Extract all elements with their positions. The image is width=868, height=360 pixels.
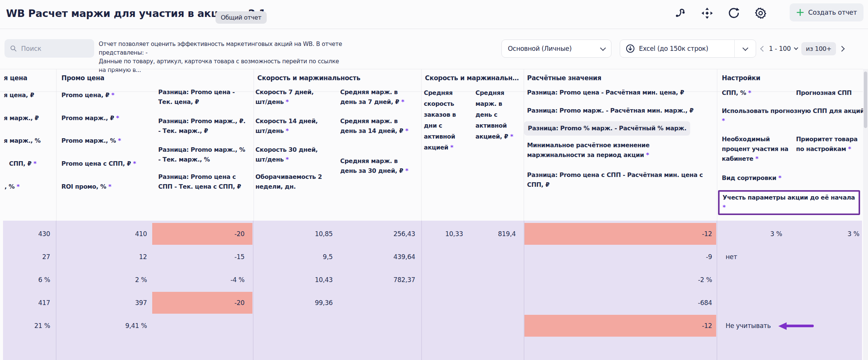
search-icon [10,45,17,52]
cell-value: -2 % [603,268,712,291]
required-star: * [646,151,649,159]
column-header-label: Средняя марж. в день за 30 дней, ₽ * [340,156,416,176]
cell-value: 417 [0,291,50,314]
required-star: * [510,133,513,140]
dataset-select[interactable]: Основной (Личные) [501,40,611,58]
column-header-label: Разница: Promo цена с СПП - Тек. цена с … [158,172,248,192]
cell-value: 99,36 [257,291,333,314]
cell-value: -15 [158,246,245,268]
download-icon [625,44,635,53]
create-report-label: Создать отчет [808,9,857,16]
column-header-label: Promo марж., ₽ * [61,113,119,123]
column-divider [254,69,254,221]
annotation-arrow [778,322,787,330]
column-header-label: я марж., ₽ [4,113,39,123]
annotation-box: Учесть параметры акции до её начала * [718,190,860,215]
cell-value: 430 [0,223,50,246]
cell-value: 256,43 [339,223,415,246]
column-header-label: Использовать прогнозную СПП для акций * [722,106,865,126]
report-type-badge: Общий отчет [215,11,267,24]
cell-value: 3 % [810,223,859,246]
required-star: * [748,89,751,96]
column-divider [524,69,524,221]
export-label: Excel (до 150к строк) [639,45,708,52]
required-star: * [848,145,851,153]
column-group-speed: Скорость и маржинальность [257,74,360,82]
required-star: * [755,155,758,162]
column-header-label: Promo цена с СПП, ₽ * [61,159,136,169]
column-header-label: Скорость 7 дней, шт/день * [255,87,325,107]
required-star: * [17,183,20,190]
required-star: * [723,204,726,211]
page-range-chevron[interactable] [794,46,798,50]
settings-gear-icon[interactable] [754,7,767,20]
required-star: * [108,183,111,190]
column-header-label: Разница: Promo цена с СПП - Расчётная ми… [527,170,714,190]
highlighted-column-pill: Разница: Promo % марж. - Расчётный % мар… [524,121,690,136]
cell-value: 10,43 [257,268,333,291]
column-header-label: Средняя марж. в день с активной акцией, … [475,87,520,142]
column-header-label: Средняя марж. в день за 14 дней, ₽ * [340,116,416,136]
column-header-label: Разница: Promo марж., ₽. - Тек. марж., ₽ [158,116,248,136]
required-star: * [118,137,121,144]
column-divider [253,221,254,360]
divider [0,29,868,29]
required-star: * [405,167,408,174]
refresh-icon[interactable] [727,7,740,20]
column-divider [56,69,57,221]
chevron-down-icon [600,45,606,51]
report-description-line2: Данные по товару, артикул, карточка това… [99,57,344,75]
cell-value: 397 [61,291,147,314]
column-divider [421,69,422,221]
export-options-chevron[interactable] [734,40,756,57]
plus-icon [796,8,804,17]
column-header-label: Приоритет товара по настройкам * [796,134,860,154]
cell-value: -9 [603,246,712,268]
cell-value: -12 [603,314,712,337]
required-star: * [405,127,408,134]
column-divider [56,221,57,360]
export-excel-button[interactable]: Excel (до 150к строк) [620,40,756,58]
cell-value: 9,41 % [61,314,147,337]
total-pages-badge: из 100+ [801,42,836,55]
column-header-label: Скорость 14 дней, шт/день * [255,116,325,136]
column-header-label: Promo марж., % * [61,136,121,146]
cell-value: 10,33 [425,223,463,246]
search-box[interactable] [5,39,94,58]
move-icon[interactable] [701,7,714,20]
required-star: * [112,92,115,99]
column-header-label: , % * [5,182,20,192]
column-header-label: Вид сортировки * [722,173,781,183]
cell-value: 10,85 [257,223,333,246]
column-header-label: Прогнозная СПП [796,88,852,98]
required-star: * [450,144,453,151]
column-header-label: Средняя скорость заказов в дни с активно… [424,87,466,153]
required-star: * [286,98,289,105]
report-description-line1: Отчет позволяет оценить эффективность ма… [99,40,344,57]
column-header-label: Учесть параметры акции до её начала * [723,194,855,211]
required-star: * [722,117,725,124]
cell-value: 6 % [0,268,50,291]
cell-value: 27 [0,246,50,268]
create-report-button[interactable]: Создать отчет [790,3,863,21]
search-input[interactable] [20,44,86,53]
required-star: * [34,160,37,167]
column-group-price: я цена [4,74,27,82]
page-root: WB Расчет маржи для участия в акциях v2.… [0,0,868,360]
cell-value: 12 [61,246,147,268]
dataset-select-value: Основной (Личные) [508,45,572,52]
vertical-scrollbar-thumb[interactable] [864,72,867,128]
column-header-label: Разница: Promo марж. - Расчётная мин. ма… [527,106,714,116]
cell-value: 3 % [722,223,782,246]
page-range[interactable]: 1 - 100 [769,45,791,52]
cell-value: -12 [603,223,712,246]
cell-value: нет [726,246,801,268]
cell-value: -684 [603,291,712,314]
cell-value: 9,5 [257,246,333,268]
route-icon[interactable] [674,7,687,20]
next-page-icon[interactable] [839,46,845,52]
prev-page-icon[interactable] [760,46,766,52]
required-star: * [286,127,289,134]
cell-value: 21 % [0,314,50,337]
column-header-label: я марж., % [4,136,41,146]
